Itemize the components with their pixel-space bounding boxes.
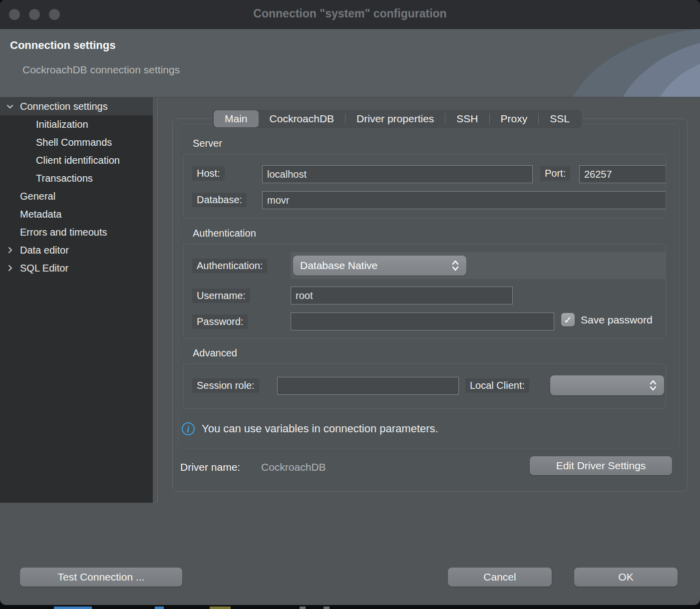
sidebar-item-errors-and-timeouts[interactable]: Errors and timeouts bbox=[0, 223, 153, 241]
sidebar-item-label: Transactions bbox=[36, 169, 93, 187]
driver-name-label: Driver name: bbox=[180, 461, 240, 473]
tab-bar: Main CockroachDB Driver properties SSH P… bbox=[212, 109, 583, 129]
background-fragment bbox=[324, 607, 330, 609]
tab-ssh[interactable]: SSH bbox=[445, 110, 489, 127]
connection-dialog-window: Connection "system" configuration Connec… bbox=[0, 0, 700, 605]
checkmark-icon: ✓ bbox=[564, 314, 572, 326]
select-arrows-icon bbox=[649, 379, 657, 391]
save-password-label: Save password bbox=[581, 314, 653, 326]
chevron-right-icon[interactable] bbox=[5, 263, 15, 273]
database-label: Database: bbox=[192, 193, 247, 207]
sidebar-item-label: Metadata bbox=[20, 205, 61, 223]
variables-hint-text: You can use variables in connection para… bbox=[202, 422, 438, 435]
page-subtitle: CockroachDB connection settings bbox=[22, 64, 180, 76]
sidebar-item-connection-settings[interactable]: Connection settings bbox=[0, 97, 153, 115]
page-title: Connection settings bbox=[10, 39, 115, 52]
authentication-label: Authentication: bbox=[192, 259, 267, 273]
advanced-group-title: Advanced bbox=[193, 347, 237, 359]
port-label: Port: bbox=[540, 166, 570, 181]
sidebar-item-label: Data editor bbox=[20, 241, 69, 259]
settings-tree: Connection settings Initialization Shell… bbox=[0, 97, 153, 503]
advanced-group: Session role: Local Client: bbox=[183, 363, 666, 409]
chevron-down-icon[interactable] bbox=[5, 101, 15, 111]
port-input[interactable] bbox=[579, 165, 666, 183]
edit-driver-settings-button[interactable]: Edit Driver Settings bbox=[530, 456, 672, 475]
session-role-label: Session role: bbox=[192, 378, 259, 393]
select-arrows-icon bbox=[451, 260, 459, 272]
sidebar-item-label: General bbox=[20, 187, 55, 205]
session-role-input[interactable] bbox=[277, 377, 459, 395]
server-group: Host: Port: Database: bbox=[183, 154, 666, 219]
authentication-group-title: Authentication bbox=[193, 228, 256, 239]
tab-proxy[interactable]: Proxy bbox=[490, 110, 539, 127]
local-client-label: Local Client: bbox=[465, 378, 529, 393]
tab-cockroachdb[interactable]: CockroachDB bbox=[259, 110, 346, 127]
sidebar-item-label: Errors and timeouts bbox=[20, 223, 107, 241]
host-label: Host: bbox=[192, 166, 225, 181]
background-fragment bbox=[210, 607, 231, 609]
sidebar-item-data-editor[interactable]: Data editor bbox=[0, 241, 153, 259]
authentication-select[interactable]: Database Native bbox=[293, 256, 466, 276]
driver-name-value: CockroachDB bbox=[261, 461, 326, 473]
sidebar-splitter[interactable] bbox=[157, 97, 158, 503]
window-title: Connection "system" configuration bbox=[0, 7, 700, 20]
sidebar-item-shell-commands[interactable]: Shell Commands bbox=[0, 133, 153, 151]
sidebar-item-general[interactable]: General bbox=[0, 187, 153, 205]
server-group-title: Server bbox=[193, 138, 222, 149]
sidebar-item-label: Initialization bbox=[36, 115, 88, 133]
background-fragment bbox=[54, 607, 92, 609]
username-input[interactable] bbox=[291, 287, 513, 304]
authentication-selected-value: Database Native bbox=[300, 260, 451, 272]
tab-main[interactable]: Main bbox=[214, 110, 259, 127]
sidebar-item-metadata[interactable]: Metadata bbox=[0, 205, 153, 223]
sidebar-item-initialization[interactable]: Initialization bbox=[0, 115, 153, 133]
authentication-group: Authentication: Database Native Username… bbox=[183, 244, 666, 339]
password-input[interactable] bbox=[291, 312, 554, 330]
sidebar-item-transactions[interactable]: Transactions bbox=[0, 169, 153, 187]
chevron-right-icon[interactable] bbox=[5, 245, 15, 255]
background-app-strip bbox=[0, 605, 700, 609]
sidebar-item-client-identification[interactable]: Client identification bbox=[0, 151, 153, 169]
password-label: Password: bbox=[192, 314, 248, 329]
background-fragment bbox=[155, 607, 164, 609]
username-label: Username: bbox=[192, 289, 250, 303]
local-client-select[interactable] bbox=[550, 375, 664, 395]
dialog-header: Connection settings CockroachDB connecti… bbox=[0, 29, 700, 97]
sidebar-item-label: SQL Editor bbox=[20, 259, 68, 277]
test-connection-button[interactable]: Test Connection ... bbox=[20, 568, 182, 587]
sidebar-item-label: Client identification bbox=[36, 151, 120, 169]
info-icon: i bbox=[182, 422, 195, 435]
background-fragment bbox=[300, 607, 306, 609]
sidebar-item-sql-editor[interactable]: SQL Editor bbox=[0, 259, 153, 277]
host-input[interactable] bbox=[262, 165, 533, 183]
database-input[interactable] bbox=[262, 191, 666, 209]
sidebar-item-label: Connection settings bbox=[20, 97, 108, 115]
tab-driver-properties[interactable]: Driver properties bbox=[346, 110, 445, 127]
cancel-button[interactable]: Cancel bbox=[448, 568, 552, 587]
title-bar: Connection "system" configuration bbox=[0, 0, 700, 29]
connection-settings-panel: Server Host: Port: Database: Authenticat… bbox=[172, 118, 688, 492]
decorative-swoosh bbox=[535, 29, 700, 97]
ok-button[interactable]: OK bbox=[574, 568, 678, 587]
sidebar-item-label: Shell Commands bbox=[36, 133, 112, 151]
save-password-checkbox[interactable]: ✓ bbox=[561, 313, 575, 326]
tab-ssl[interactable]: SSL bbox=[539, 110, 581, 127]
